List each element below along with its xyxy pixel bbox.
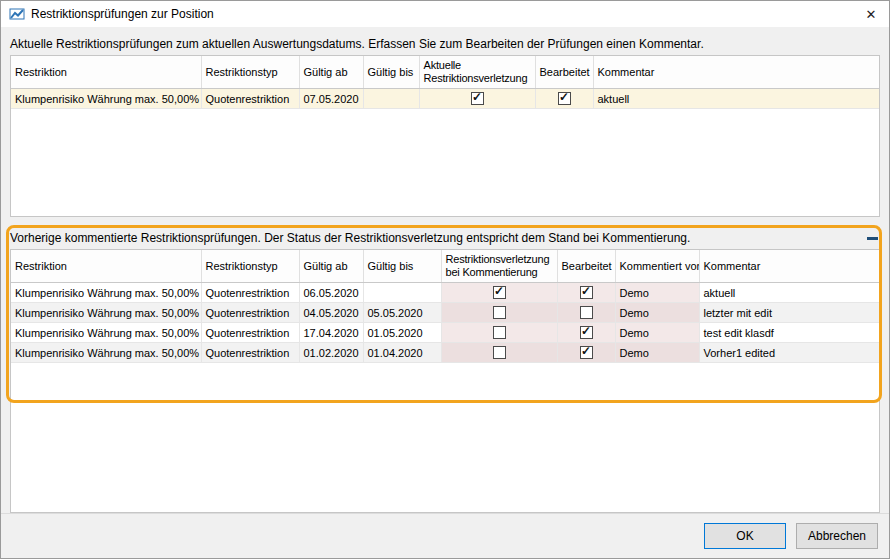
cell-restriktion: Klumpenrisiko Währung max. 50,00% xyxy=(11,89,201,109)
cell-kommentar: aktuell xyxy=(593,89,879,109)
cancel-button[interactable]: Abbrechen xyxy=(796,523,878,549)
cell-gueltig-ab: 06.05.2020 xyxy=(299,283,363,303)
verletzung-checkbox xyxy=(493,326,506,339)
cell-restriktionstyp: Quotenrestriktion xyxy=(201,323,299,343)
bearbeitet-checkbox xyxy=(580,306,593,319)
cell-restriktion: Klumpenrisiko Währung max. 50,00% xyxy=(11,343,201,363)
cell-restriktionstyp: Quotenrestriktion xyxy=(201,303,299,323)
cell-verletzung xyxy=(441,323,557,343)
previous-checks-table-container: Restriktion Restriktionstyp Gültig ab Gü… xyxy=(10,249,880,513)
app-icon xyxy=(9,6,25,22)
col-header-gueltig-ab: Gültig ab xyxy=(299,250,363,283)
cell-kommentar: Vorher1 edited xyxy=(699,343,879,363)
col-header-bearbeitet: Bearbeitet xyxy=(535,56,593,89)
col-header-kommentar: Kommentar xyxy=(593,56,879,89)
table-row[interactable]: Klumpenrisiko Währung max. 50,00% Quoten… xyxy=(11,283,879,303)
cell-gueltig-ab: 07.05.2020 xyxy=(299,89,363,109)
cell-restriktion: Klumpenrisiko Währung max. 50,00% xyxy=(11,283,201,303)
previous-checks-table: Restriktion Restriktionstyp Gültig ab Gü… xyxy=(11,250,879,363)
cell-gueltig-bis: 01.04.2020 xyxy=(363,343,441,363)
verletzung-checkbox xyxy=(493,286,506,299)
window-title: Restriktionsprüfungen zur Position xyxy=(31,7,214,21)
cell-kommentar: letzter mit edit xyxy=(699,303,879,323)
cell-gueltig-bis xyxy=(363,283,441,303)
cell-restriktionstyp: Quotenrestriktion xyxy=(201,283,299,303)
cell-verletzung xyxy=(419,89,535,109)
col-header-restriktionstyp: Restriktionstyp xyxy=(201,250,299,283)
cell-kommentar: test edit klasdf xyxy=(699,323,879,343)
titlebar[interactable]: Restriktionsprüfungen zur Position ✕ xyxy=(1,1,889,27)
col-header-restriktion: Restriktion xyxy=(11,56,201,89)
ok-button[interactable]: OK xyxy=(704,523,786,549)
cell-kommentiert-von: Demo xyxy=(615,343,699,363)
cell-verletzung xyxy=(441,303,557,323)
cell-gueltig-ab: 04.05.2020 xyxy=(299,303,363,323)
table-row[interactable]: Klumpenrisiko Währung max. 50,00% Quoten… xyxy=(11,303,879,323)
verletzung-checkbox xyxy=(493,306,506,319)
cell-restriktion: Klumpenrisiko Währung max. 50,00% xyxy=(11,303,201,323)
cell-gueltig-bis: 05.05.2020 xyxy=(363,303,441,323)
col-header-restriktionstyp: Restriktionstyp xyxy=(201,56,299,89)
verletzung-checkbox xyxy=(493,346,506,359)
bearbeitet-checkbox xyxy=(580,346,593,359)
cell-restriktionstyp: Quotenrestriktion xyxy=(201,343,299,363)
cell-bearbeitet xyxy=(557,283,615,303)
bearbeitet-checkbox xyxy=(580,326,593,339)
bearbeitet-checkbox[interactable] xyxy=(558,92,571,105)
table-row[interactable]: Klumpenrisiko Währung max. 50,00% Quoten… xyxy=(11,343,879,363)
table-header-row: Restriktion Restriktionstyp Gültig ab Gü… xyxy=(11,56,879,89)
cell-bearbeitet xyxy=(557,343,615,363)
minus-glyph xyxy=(867,237,878,240)
cell-kommentiert-von: Demo xyxy=(615,323,699,343)
cell-gueltig-bis: 01.05.2020 xyxy=(363,323,441,343)
verletzung-checkbox[interactable] xyxy=(471,92,484,105)
cell-gueltig-bis xyxy=(363,89,419,109)
close-icon[interactable]: ✕ xyxy=(853,1,889,27)
current-section-caption: Aktuelle Restriktionsprüfungen zum aktue… xyxy=(10,37,880,51)
col-header-gueltig-ab: Gültig ab xyxy=(299,56,363,89)
cell-restriktion: Klumpenrisiko Währung max. 50,00% xyxy=(11,323,201,343)
previous-section-caption: Vorherige kommentierte Restriktionsprüfu… xyxy=(10,231,690,245)
cell-kommentiert-von: Demo xyxy=(615,283,699,303)
col-header-kommentiert-von: Kommentiert von xyxy=(615,250,699,283)
dialog-window: Restriktionsprüfungen zur Position ✕ Akt… xyxy=(0,0,890,559)
cell-restriktionstyp: Quotenrestriktion xyxy=(201,89,299,109)
cell-verletzung xyxy=(441,343,557,363)
current-checks-table: Restriktion Restriktionstyp Gültig ab Gü… xyxy=(11,56,879,109)
col-header-verletzung-bei-kommentierung: Restriktionsverletzung bei Kommentierung xyxy=(441,250,557,283)
cell-gueltig-ab: 01.02.2020 xyxy=(299,343,363,363)
cell-bearbeitet xyxy=(535,89,593,109)
current-checks-table-container: Restriktion Restriktionstyp Gültig ab Gü… xyxy=(10,55,880,217)
cell-gueltig-ab: 17.04.2020 xyxy=(299,323,363,343)
col-header-gueltig-bis: Gültig bis xyxy=(363,250,441,283)
cell-bearbeitet xyxy=(557,303,615,323)
cell-kommentar: aktuell xyxy=(699,283,879,303)
col-header-gueltig-bis: Gültig bis xyxy=(363,56,419,89)
cell-kommentiert-von: Demo xyxy=(615,303,699,323)
col-header-kommentar: Kommentar xyxy=(699,250,879,283)
col-header-bearbeitet: Bearbeitet xyxy=(557,250,615,283)
cell-bearbeitet xyxy=(557,323,615,343)
table-row[interactable]: Klumpenrisiko Währung max. 50,00% Quoten… xyxy=(11,89,879,109)
cell-verletzung xyxy=(441,283,557,303)
table-row[interactable]: Klumpenrisiko Währung max. 50,00% Quoten… xyxy=(11,323,879,343)
bearbeitet-checkbox xyxy=(580,286,593,299)
dialog-footer: OK Abbrechen xyxy=(1,513,889,558)
table-header-row: Restriktion Restriktionstyp Gültig ab Gü… xyxy=(11,250,879,283)
col-header-aktuelle-verletzung: Aktuelle Restriktionsverletzung xyxy=(419,56,535,89)
col-header-restriktion: Restriktion xyxy=(11,250,201,283)
collapse-icon[interactable] xyxy=(864,231,880,245)
